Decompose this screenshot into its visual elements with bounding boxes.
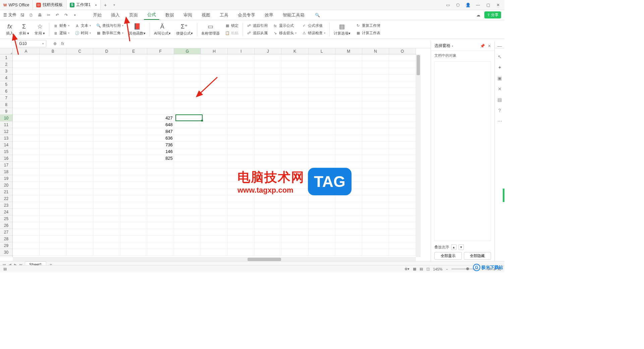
zoom-out-icon[interactable]: − xyxy=(446,267,448,271)
cell[interactable] xyxy=(309,68,335,74)
cell[interactable] xyxy=(281,88,308,95)
cell[interactable] xyxy=(93,189,120,195)
zoom-slider[interactable] xyxy=(451,268,478,269)
move-up-button[interactable]: ▴ xyxy=(451,244,457,250)
cell[interactable] xyxy=(335,142,362,148)
cell[interactable] xyxy=(120,215,147,222)
cell[interactable] xyxy=(40,202,66,209)
cell[interactable] xyxy=(120,101,147,108)
cell[interactable] xyxy=(93,88,120,95)
cell[interactable] xyxy=(201,128,228,135)
menu-tools[interactable]: 工具 xyxy=(216,11,232,19)
cell[interactable] xyxy=(255,101,281,108)
fx-icon[interactable]: fx xyxy=(61,41,64,46)
cell[interactable] xyxy=(255,168,281,175)
cell[interactable] xyxy=(66,175,93,182)
cell[interactable] xyxy=(389,236,416,242)
zoom-level[interactable]: 145% xyxy=(433,267,442,271)
new-tab-button[interactable]: + xyxy=(101,2,110,8)
col-header[interactable]: E xyxy=(120,48,147,54)
cell[interactable] xyxy=(228,182,255,189)
cell[interactable] xyxy=(335,74,362,81)
cell[interactable] xyxy=(255,74,281,81)
cell[interactable] xyxy=(13,182,40,189)
cell[interactable] xyxy=(40,162,66,168)
view-mode-icon[interactable]: ⊕▾ xyxy=(405,267,410,271)
cell[interactable] xyxy=(120,202,147,209)
menu-efficiency[interactable]: 效率 xyxy=(261,11,277,19)
cell[interactable] xyxy=(120,182,147,189)
cell[interactable] xyxy=(255,54,281,61)
cell[interactable] xyxy=(228,95,255,101)
cell[interactable] xyxy=(389,189,416,195)
format-painter-icon[interactable]: ✂ xyxy=(46,13,51,17)
cell[interactable] xyxy=(335,162,362,168)
cell[interactable] xyxy=(309,121,335,128)
col-header[interactable]: B xyxy=(40,48,66,54)
cell[interactable] xyxy=(13,101,40,108)
ribbon-eval[interactable]: ✓公式求值 xyxy=(301,22,327,29)
cell[interactable] xyxy=(201,148,228,155)
cell[interactable] xyxy=(66,155,93,162)
cell[interactable] xyxy=(201,74,228,81)
tab-workbook[interactable]: S 工作簿1 ● xyxy=(66,0,101,10)
cell[interactable] xyxy=(201,182,228,189)
cell[interactable] xyxy=(362,135,389,142)
cell[interactable]: 825 xyxy=(147,155,174,162)
cell[interactable] xyxy=(281,142,308,148)
cell[interactable] xyxy=(362,74,389,81)
qat-dropdown-icon[interactable]: ▾ xyxy=(72,13,77,17)
cell[interactable] xyxy=(281,229,308,236)
cell[interactable] xyxy=(255,81,281,88)
cell[interactable] xyxy=(389,162,416,168)
cell[interactable] xyxy=(309,168,335,175)
cell[interactable] xyxy=(201,54,228,61)
ribbon-math[interactable]: ▦数学和三角▾ xyxy=(95,30,125,36)
cell[interactable] xyxy=(362,162,389,168)
row-header[interactable]: 8 xyxy=(0,101,12,108)
cell[interactable] xyxy=(93,74,120,81)
cell[interactable] xyxy=(201,215,228,222)
cell[interactable] xyxy=(93,168,120,175)
cell[interactable] xyxy=(40,81,66,88)
row-header[interactable]: 24 xyxy=(0,209,12,215)
cell[interactable] xyxy=(201,236,228,242)
cell[interactable] xyxy=(93,61,120,68)
row-header[interactable]: 15 xyxy=(0,148,12,155)
show-all-button[interactable]: 全部显示 xyxy=(434,252,462,260)
cell[interactable] xyxy=(40,74,66,81)
cell[interactable] xyxy=(174,54,201,61)
cell[interactable] xyxy=(281,115,308,121)
help-icon[interactable]: ? xyxy=(497,107,503,113)
cell[interactable] xyxy=(147,81,174,88)
cell[interactable] xyxy=(228,222,255,229)
cell[interactable] xyxy=(255,95,281,101)
row-header[interactable]: 20 xyxy=(0,182,12,189)
cell[interactable] xyxy=(13,195,40,202)
col-header[interactable]: A xyxy=(13,48,40,54)
cell[interactable] xyxy=(335,168,362,175)
cell[interactable] xyxy=(66,215,93,222)
cell[interactable] xyxy=(120,189,147,195)
cell[interactable] xyxy=(255,115,281,121)
cell[interactable] xyxy=(93,142,120,148)
cell[interactable] xyxy=(174,115,201,121)
cell[interactable] xyxy=(147,95,174,101)
cell[interactable] xyxy=(13,88,40,95)
cell[interactable] xyxy=(40,142,66,148)
cell[interactable] xyxy=(228,148,255,155)
cell[interactable] xyxy=(174,222,201,229)
layout-icon[interactable]: ▭ xyxy=(445,3,450,7)
cell[interactable] xyxy=(66,88,93,95)
maximize-button[interactable]: ▢ xyxy=(486,3,490,7)
cell[interactable] xyxy=(335,249,362,256)
cell[interactable] xyxy=(309,88,335,95)
cell[interactable] xyxy=(335,128,362,135)
zoom-in-icon[interactable]: + xyxy=(482,267,484,271)
cell[interactable] xyxy=(120,54,147,61)
cell[interactable] xyxy=(255,229,281,236)
menu-insert[interactable]: 插入 xyxy=(108,11,123,19)
cell[interactable] xyxy=(281,108,308,115)
cell[interactable] xyxy=(309,115,335,121)
cell[interactable] xyxy=(335,135,362,142)
